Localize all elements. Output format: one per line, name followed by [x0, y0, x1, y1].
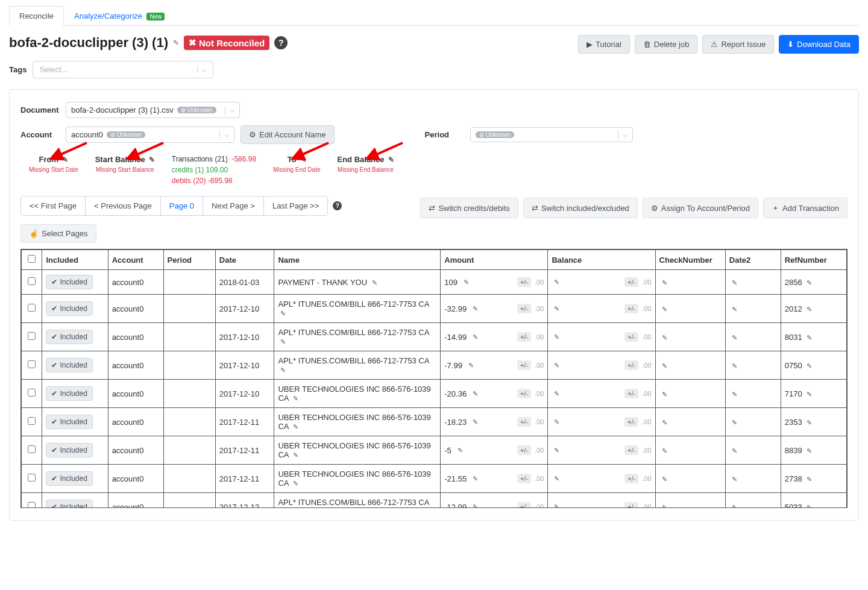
col-date2[interactable]: Date2	[725, 250, 781, 270]
included-toggle[interactable]: ✔Included	[46, 358, 92, 372]
sign-toggle[interactable]: +/-	[624, 277, 638, 287]
edit-icon[interactable]: ✎	[662, 447, 667, 454]
select-all-checkbox[interactable]	[28, 255, 36, 263]
row-checkbox[interactable]	[28, 277, 36, 285]
row-checkbox[interactable]	[28, 304, 36, 312]
edit-icon[interactable]: ✎	[807, 306, 812, 313]
sign-toggle[interactable]: +/-	[624, 474, 638, 483]
included-toggle[interactable]: ✔Included	[46, 386, 92, 401]
edit-icon[interactable]: ✎	[473, 333, 478, 341]
col-checknum[interactable]: CheckNumber	[655, 250, 725, 270]
sign-toggle[interactable]: +/-	[517, 502, 531, 508]
sign-toggle[interactable]: +/-	[517, 417, 531, 427]
edit-icon[interactable]: ✎	[662, 391, 667, 398]
sign-toggle[interactable]: +/-	[517, 360, 531, 370]
tab-analyze[interactable]: Analyze/Categorize New	[64, 6, 175, 25]
edit-icon[interactable]: ✎	[293, 423, 298, 430]
edit-icon[interactable]: ✎	[732, 334, 737, 341]
sign-toggle[interactable]: +/-	[517, 304, 531, 313]
edit-icon[interactable]: ✎	[554, 278, 559, 286]
edit-icon[interactable]: ✎	[280, 310, 286, 317]
first-page-button[interactable]: << First Page	[21, 196, 86, 215]
included-toggle[interactable]: ✔Included	[46, 415, 92, 429]
edit-icon[interactable]: ✎	[554, 305, 559, 313]
edit-icon[interactable]: ✎	[280, 366, 286, 374]
edit-icon[interactable]: ✎	[293, 451, 298, 459]
edit-icon[interactable]: ✎	[468, 362, 474, 369]
col-amount[interactable]: Amount	[441, 250, 548, 270]
sign-toggle[interactable]: +/-	[517, 389, 531, 398]
edit-icon[interactable]: ✎	[807, 391, 812, 398]
edit-icon[interactable]: ✎	[662, 362, 667, 369]
row-checkbox[interactable]	[28, 445, 36, 453]
edit-icon[interactable]: ✎	[473, 503, 478, 509]
download-data-button[interactable]: ⬇Download Data	[779, 35, 859, 54]
last-page-button[interactable]: Last Page >>	[264, 196, 327, 215]
sign-toggle[interactable]: +/-	[624, 502, 638, 508]
edit-icon[interactable]: ✎	[807, 279, 812, 286]
edit-icon[interactable]: ✎	[732, 362, 737, 369]
edit-icon[interactable]: ✎	[732, 279, 737, 286]
included-toggle[interactable]: ✔Included	[46, 471, 92, 486]
edit-icon[interactable]: ✎	[293, 395, 298, 402]
edit-to-icon[interactable]: ✎	[300, 155, 306, 164]
switch-included-excluded-button[interactable]: ⇄Switch included/excluded	[523, 198, 638, 218]
edit-icon[interactable]: ✎	[473, 475, 478, 483]
tab-reconcile[interactable]: Reconcile	[9, 6, 64, 26]
edit-icon[interactable]: ✎	[293, 480, 298, 487]
sign-toggle[interactable]: +/-	[517, 474, 531, 483]
tutorial-button[interactable]: ▶Tutorial	[578, 35, 630, 54]
next-page-button[interactable]: Next Page >	[203, 196, 264, 215]
col-date[interactable]: Date	[215, 250, 274, 270]
edit-icon[interactable]: ✎	[732, 475, 737, 483]
edit-icon[interactable]: ✎	[554, 503, 559, 509]
edit-icon[interactable]: ✎	[662, 419, 667, 426]
row-checkbox[interactable]	[28, 417, 36, 425]
edit-icon[interactable]: ✎	[458, 447, 463, 454]
edit-icon[interactable]: ✎	[732, 391, 737, 398]
transactions-table-wrap[interactable]: Included Account Period Date Name Amount…	[20, 249, 848, 508]
col-balance[interactable]: Balance	[548, 250, 655, 270]
edit-icon[interactable]: ✎	[554, 475, 559, 483]
edit-icon[interactable]: ✎	[554, 362, 559, 369]
edit-icon[interactable]: ✎	[554, 418, 559, 426]
included-toggle[interactable]: ✔Included	[46, 330, 92, 344]
col-name[interactable]: Name	[274, 250, 441, 270]
sign-toggle[interactable]: +/-	[624, 417, 638, 427]
col-included[interactable]: Included	[42, 250, 108, 270]
sign-toggle[interactable]: +/-	[624, 445, 638, 455]
included-toggle[interactable]: ✔Included	[46, 301, 92, 316]
account-select[interactable]: account0 Unknown ⌵	[66, 127, 234, 143]
edit-icon[interactable]: ✎	[807, 362, 812, 369]
col-ref[interactable]: RefNumber	[781, 250, 846, 270]
edit-icon[interactable]: ✎	[732, 447, 737, 454]
delete-job-button[interactable]: 🗑Delete job	[635, 35, 698, 54]
edit-icon[interactable]: ✎	[662, 279, 667, 286]
document-select[interactable]: bofa-2-docuclipper (3) (1).csv Unknown ⌵	[66, 102, 240, 118]
edit-icon[interactable]: ✎	[662, 334, 667, 341]
edit-icon[interactable]: ✎	[807, 334, 812, 341]
add-transaction-button[interactable]: ＋Add Transaction	[763, 198, 848, 218]
current-page[interactable]: Page 0	[161, 196, 203, 215]
sign-toggle[interactable]: +/-	[517, 332, 531, 342]
edit-icon[interactable]: ✎	[554, 447, 559, 454]
edit-icon[interactable]: ✎	[807, 475, 812, 483]
row-checkbox[interactable]	[28, 332, 36, 340]
edit-icon[interactable]: ✎	[662, 504, 667, 509]
row-checkbox[interactable]	[28, 360, 36, 368]
sign-toggle[interactable]: +/-	[517, 445, 531, 455]
edit-icon[interactable]: ✎	[732, 504, 737, 509]
period-select[interactable]: Unknown ⌵	[470, 127, 633, 142]
sign-toggle[interactable]: +/-	[624, 389, 638, 398]
edit-icon[interactable]: ✎	[732, 306, 737, 313]
edit-icon[interactable]: ✎	[662, 475, 667, 483]
edit-icon[interactable]: ✎	[473, 305, 478, 313]
report-issue-button[interactable]: ⚠Report Issue	[702, 35, 774, 54]
edit-end-balance-icon[interactable]: ✎	[388, 155, 394, 164]
edit-account-name-button[interactable]: ⚙ Edit Account Name	[241, 125, 335, 144]
edit-from-icon[interactable]: ✎	[62, 155, 68, 164]
col-period[interactable]: Period	[163, 250, 215, 270]
row-checkbox[interactable]	[28, 474, 36, 482]
sign-toggle[interactable]: +/-	[624, 360, 638, 370]
edit-icon[interactable]: ✎	[280, 338, 286, 345]
